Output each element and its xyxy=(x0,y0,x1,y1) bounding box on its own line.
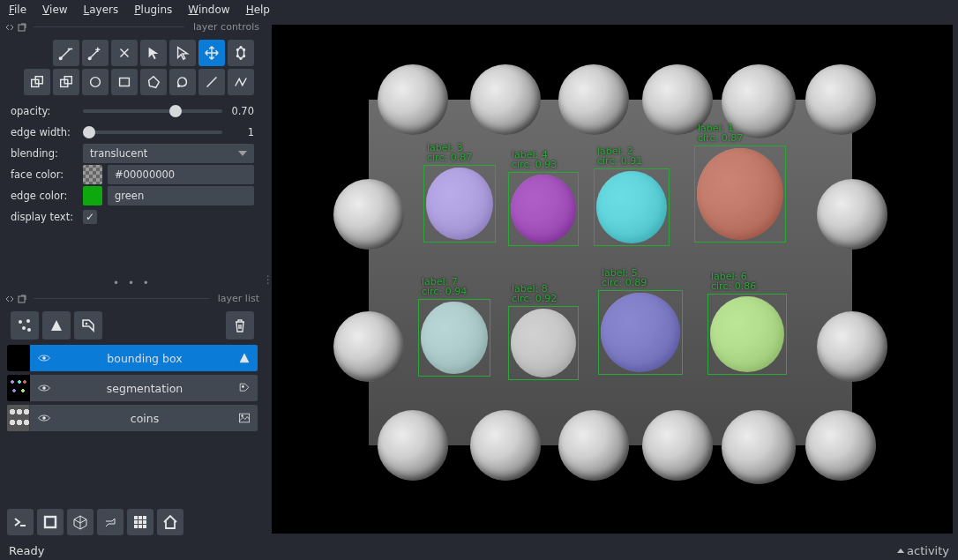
face-color-input[interactable]: #00000000 xyxy=(108,165,254,184)
opacity-label: opacity: xyxy=(11,105,78,117)
svg-rect-28 xyxy=(45,517,56,527)
face-color-swatch[interactable] xyxy=(83,165,102,184)
polygon-tool-button[interactable] xyxy=(140,69,167,95)
bbox-label: label: 1circ: 0.87 xyxy=(698,123,743,143)
path-tool-button[interactable] xyxy=(228,69,254,95)
svg-rect-14 xyxy=(120,78,130,86)
pan-zoom-button[interactable] xyxy=(198,40,225,66)
blending-select[interactable]: translucent xyxy=(83,144,254,163)
bounding-box[interactable]: label: 2circ: 0.91 xyxy=(594,168,670,246)
menu-help[interactable]: Help xyxy=(246,4,270,14)
transform-button[interactable] xyxy=(228,40,254,66)
display-text-checkbox[interactable]: ✓ xyxy=(83,210,97,224)
console-button[interactable] xyxy=(7,509,34,535)
svg-point-8 xyxy=(237,49,239,51)
bbox-label: label: 4circ: 0.93 xyxy=(512,150,557,169)
status-bar: Ready activity xyxy=(0,541,958,560)
menu-layers[interactable]: Layers xyxy=(84,4,119,14)
bbox-label: label: 6circ: 0.86 xyxy=(711,272,756,291)
svg-rect-34 xyxy=(143,520,146,524)
edge-color-input[interactable]: green xyxy=(108,186,254,205)
bbox-label: label: 8circ: 0.92 xyxy=(512,284,557,303)
ndisplay-3d-button[interactable] xyxy=(67,509,94,535)
expand-icon[interactable] xyxy=(5,23,14,32)
lasso-tool-button[interactable] xyxy=(169,69,196,95)
expand-icon[interactable] xyxy=(5,295,14,303)
canvas[interactable]: label: 3circ: 0.87label: 4circ: 0.93labe… xyxy=(272,25,953,534)
new-points-layer-button[interactable] xyxy=(11,311,39,340)
layer-list-title: layer list xyxy=(213,293,259,304)
select-shape-button[interactable] xyxy=(140,40,167,66)
menu-view[interactable]: View xyxy=(42,4,67,14)
display-text-label: display text: xyxy=(11,211,78,223)
bounding-box[interactable]: label: 7circ: 0.94 xyxy=(418,299,490,377)
bounding-box[interactable]: label: 3circ: 0.87 xyxy=(423,165,496,243)
blending-label: blending: xyxy=(11,147,78,160)
svg-point-24 xyxy=(242,385,243,387)
edge-width-slider[interactable] xyxy=(83,131,222,134)
svg-point-1 xyxy=(59,57,62,60)
remove-vertex-button[interactable] xyxy=(53,40,79,66)
image-type-icon xyxy=(231,411,258,425)
panel-resize-handle[interactable]: • • • xyxy=(0,275,265,291)
visibility-toggle[interactable] xyxy=(30,381,58,395)
edge-color-label: edge color: xyxy=(11,190,78,202)
bounding-box[interactable]: label: 6circ: 0.86 xyxy=(707,294,787,375)
svg-point-7 xyxy=(237,56,239,57)
viewer-buttons xyxy=(7,509,183,535)
bbox-label: label: 3circ: 0.87 xyxy=(427,143,472,162)
menu-window[interactable]: Window xyxy=(188,4,229,14)
edge-color-swatch[interactable] xyxy=(83,186,102,205)
layer-controls-header: layer controls xyxy=(5,21,259,33)
ellipse-tool-button[interactable] xyxy=(82,69,109,95)
move-back-button[interactable] xyxy=(53,69,79,95)
shape-tools xyxy=(0,36,265,101)
new-labels-layer-button[interactable] xyxy=(74,311,102,340)
menu-file[interactable]: File xyxy=(9,4,26,14)
svg-point-23 xyxy=(42,386,46,390)
delete-shape-button[interactable] xyxy=(111,40,138,66)
delete-layer-button[interactable] xyxy=(226,311,254,340)
home-button[interactable] xyxy=(157,509,183,535)
bounding-box[interactable]: label: 5circ: 0.89 xyxy=(598,290,683,375)
add-vertex-button[interactable] xyxy=(82,40,109,66)
blending-value: translucent xyxy=(90,147,147,160)
layer-name: bounding box xyxy=(58,352,231,365)
shapes-type-icon xyxy=(231,351,258,365)
bounding-box[interactable]: label: 8circ: 0.92 xyxy=(508,306,579,380)
layer-item-segmentation[interactable]: segmentation xyxy=(7,375,258,401)
svg-point-5 xyxy=(243,56,245,57)
opacity-slider[interactable] xyxy=(83,109,222,113)
svg-rect-32 xyxy=(134,520,138,524)
svg-point-3 xyxy=(240,47,242,49)
splitter-handle[interactable]: ⋮ xyxy=(265,19,272,539)
grid-button[interactable] xyxy=(127,509,153,535)
menu-plugins[interactable]: Plugins xyxy=(134,4,172,14)
visibility-toggle[interactable] xyxy=(30,411,58,425)
ndisplay-2d-button[interactable] xyxy=(37,509,64,535)
move-front-button[interactable] xyxy=(24,69,50,95)
bbox-label: label: 7circ: 0.94 xyxy=(422,277,467,296)
roll-dims-button[interactable] xyxy=(97,509,123,535)
layer-controls-title: layer controls xyxy=(188,21,259,33)
activity-indicator[interactable]: activity xyxy=(897,544,949,557)
layer-item-coins[interactable]: coins xyxy=(7,405,258,431)
svg-rect-0 xyxy=(19,25,25,31)
popout-icon[interactable] xyxy=(18,23,26,32)
svg-rect-33 xyxy=(138,520,142,524)
visibility-toggle[interactable] xyxy=(30,351,58,365)
layer-name: segmentation xyxy=(58,382,231,395)
layer-name: coins xyxy=(58,412,231,425)
labels-type-icon xyxy=(231,381,258,395)
bounding-box[interactable]: label: 1circ: 0.87 xyxy=(694,146,786,243)
svg-point-4 xyxy=(243,49,245,51)
rectangle-tool-button[interactable] xyxy=(111,69,138,95)
bounding-box[interactable]: label: 4circ: 0.93 xyxy=(508,172,579,246)
svg-rect-31 xyxy=(143,516,146,519)
direct-select-button[interactable] xyxy=(169,40,196,66)
caret-up-icon xyxy=(897,549,904,553)
new-shapes-layer-button[interactable] xyxy=(42,311,71,340)
layer-item-bounding-box[interactable]: bounding box xyxy=(7,345,258,371)
popout-icon[interactable] xyxy=(18,295,26,303)
line-tool-button[interactable] xyxy=(198,69,225,95)
